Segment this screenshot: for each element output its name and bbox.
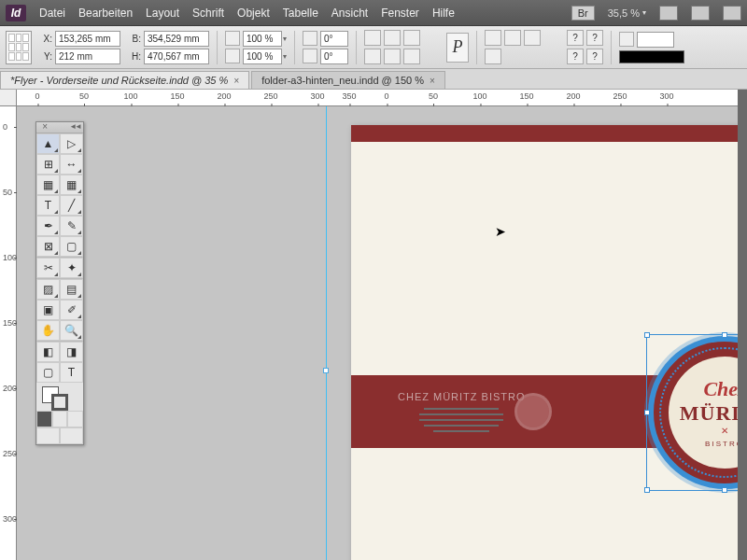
gap-tool[interactable]: ↔ (60, 154, 83, 175)
y-field[interactable]: 212 mm (55, 49, 120, 64)
gradient-swatch-tool[interactable]: ▨ (36, 279, 60, 300)
band-circle-icon (514, 393, 552, 430)
view-mode-preview[interactable] (60, 427, 83, 444)
close-icon[interactable]: × (233, 76, 239, 86)
stroke-weight-field[interactable] (637, 32, 674, 48)
transform-buttons (364, 30, 439, 64)
eyedropper-tool[interactable]: ✐ (60, 300, 83, 320)
side-panel-collapsed[interactable] (738, 90, 747, 560)
fill-stroke-toggle[interactable]: ◧ (36, 342, 60, 362)
hand-tool[interactable]: ✋ (36, 320, 60, 341)
badge-logo[interactable]: Chez MÜRITZ ✕ BISTRO (650, 338, 747, 487)
page-tool[interactable]: ⊞ (36, 154, 60, 175)
line-tool[interactable]: ╱ (60, 195, 83, 216)
zoom-level[interactable]: 35,5 % (608, 7, 646, 19)
apply-gradient-button[interactable] (52, 411, 68, 427)
gradient-feather-tool[interactable]: ▤ (60, 279, 83, 300)
view-options-icon[interactable] (659, 6, 678, 21)
help-button-4[interactable]: ? (586, 49, 603, 64)
screen-mode-icon[interactable] (691, 6, 710, 21)
ruler-vertical[interactable]: 050100150200250300 (0, 106, 17, 560)
flip-h-button[interactable] (364, 30, 381, 46)
content-collector-tool[interactable]: ▦ (36, 175, 60, 195)
rotate-cw-button[interactable] (403, 30, 420, 46)
note-tool[interactable]: ▣ (36, 300, 60, 320)
band-title: CHEZ MÜRITZ BISTRO (398, 391, 526, 402)
rotate-ccw-button[interactable] (364, 49, 381, 64)
h-field[interactable]: 470,567 mm (144, 49, 209, 64)
tools-panel: ▲ ▷ ⊞ ↔ ▦ ▦ T ╱ ✒ ✎ ⊠ ▢ ✂ ✦ ▨ ▤ ▣ ✐ ✋ 🔍 … (35, 121, 84, 445)
scale-y-field[interactable]: 100 % (243, 49, 282, 64)
pencil-tool[interactable]: ✎ (60, 216, 83, 236)
close-icon[interactable]: × (430, 76, 435, 86)
workspace: 050100150200250300350050100150200250300 … (0, 90, 747, 560)
band-lines-icon (419, 408, 503, 432)
shear-icon (303, 49, 317, 63)
menu-bearbeiten[interactable]: Bearbeiten (78, 7, 133, 20)
formatting-container[interactable]: ▢ (36, 362, 60, 383)
align-button-2[interactable] (504, 30, 521, 46)
control-bar: X:153,265 mm Y:212 mm B:354,529 mm H:470… (0, 26, 747, 69)
apply-none-button[interactable] (67, 411, 83, 427)
anchor-point[interactable] (323, 368, 329, 373)
type-tool[interactable]: T (36, 195, 60, 216)
scale-x-field[interactable]: 100 % (243, 31, 282, 47)
menu-datei[interactable]: Datei (39, 7, 65, 20)
flip-v-button[interactable] (384, 30, 401, 46)
tab-folder[interactable]: folder-a3-hinten_neu.indd @ 150 %× (251, 71, 445, 89)
tab-flyer[interactable]: *Flyer - Vorderseite und Rückseite.indd … (0, 71, 249, 89)
x-field[interactable]: 153,265 mm (55, 31, 120, 47)
fill-stroke-swatch[interactable] (36, 383, 83, 411)
zoom-tool[interactable]: 🔍 (60, 320, 83, 341)
fill-icon[interactable] (619, 32, 634, 47)
document-page[interactable]: CHEZ MÜRITZ BISTRO Chez MÜRITZ ✕ BISTRO (351, 125, 747, 560)
align-button-1[interactable] (485, 30, 501, 46)
select-content-button[interactable] (403, 49, 420, 64)
align-button-4[interactable] (485, 49, 501, 64)
shear-field[interactable]: 0° (320, 49, 348, 64)
guide-vertical[interactable] (326, 106, 327, 560)
help-button-1[interactable]: ? (567, 30, 584, 46)
arrange-icon[interactable] (723, 6, 741, 21)
menu-objekt[interactable]: Objekt (237, 7, 270, 20)
ruler-horizontal[interactable]: 050100150200250300350050100150200250300 (17, 90, 747, 106)
x-label: X: (39, 34, 52, 44)
ruler-origin[interactable] (0, 90, 17, 106)
direct-selection-tool[interactable]: ▷ (60, 133, 83, 154)
stroke-style-swatch[interactable] (619, 50, 684, 63)
pen-tool[interactable]: ✒ (36, 216, 60, 236)
selection-tool[interactable]: ▲ (36, 133, 60, 154)
scale-y-icon (225, 49, 240, 63)
align-button-3[interactable] (524, 30, 541, 46)
menu-layout[interactable]: Layout (146, 7, 179, 20)
align-buttons (485, 30, 559, 64)
help-button-3[interactable]: ? (567, 49, 584, 64)
formatting-text[interactable]: T (60, 362, 83, 383)
default-fill-stroke[interactable]: ◨ (60, 342, 83, 362)
scissors-tool[interactable]: ✂ (36, 258, 60, 278)
rectangle-frame-tool[interactable]: ⊠ (36, 236, 60, 257)
menu-hilfe[interactable]: Hilfe (432, 7, 455, 20)
rectangle-tool[interactable]: ▢ (60, 236, 83, 257)
menu-bar: Id Datei Bearbeiten Layout Schrift Objek… (0, 0, 747, 26)
document-tabs: *Flyer - Vorderseite und Rückseite.indd … (0, 69, 747, 90)
w-field[interactable]: 354,529 mm (144, 31, 209, 47)
free-transform-tool[interactable]: ✦ (60, 258, 83, 278)
canvas[interactable]: CHEZ MÜRITZ BISTRO Chez MÜRITZ ✕ BISTRO … (17, 106, 747, 560)
tools-panel-header[interactable] (36, 122, 83, 133)
bridge-badge[interactable]: Br (571, 6, 595, 21)
rotate-field[interactable]: 0° (320, 31, 348, 47)
y-label: Y: (39, 51, 52, 62)
select-container-button[interactable] (384, 49, 401, 64)
paragraph-style-icon[interactable]: P (446, 33, 469, 63)
content-placer-tool[interactable]: ▦ (60, 175, 83, 195)
menu-fenster[interactable]: Fenster (381, 7, 419, 20)
view-mode-normal[interactable] (36, 427, 60, 444)
help-button-2[interactable]: ? (586, 30, 603, 46)
menu-schrift[interactable]: Schrift (192, 7, 224, 20)
h-label: H: (128, 51, 141, 62)
reference-point-icon[interactable] (6, 31, 32, 64)
menu-ansicht[interactable]: Ansicht (331, 7, 368, 20)
apply-color-button[interactable] (36, 411, 52, 427)
menu-tabelle[interactable]: Tabelle (283, 7, 318, 20)
